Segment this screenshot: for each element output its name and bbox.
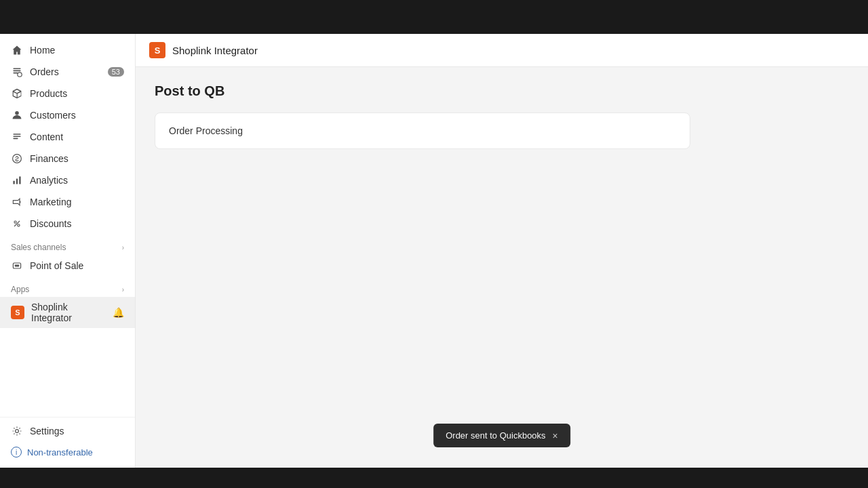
svg-rect-0 xyxy=(13,68,20,69)
bell-icon[interactable]: 🔔 xyxy=(113,307,124,318)
order-processing-text: Order Processing xyxy=(169,125,243,136)
svg-rect-10 xyxy=(16,179,18,184)
apps-chevron: › xyxy=(122,286,124,293)
products-icon xyxy=(11,87,23,100)
sidebar-item-orders-label: Orders xyxy=(30,66,59,77)
page-title: Post to QB xyxy=(155,83,849,99)
top-bar xyxy=(0,0,868,34)
sidebar-item-customers-label: Customers xyxy=(30,110,76,121)
orders-badge: 53 xyxy=(108,67,124,77)
svg-rect-16 xyxy=(15,264,19,266)
sidebar-item-content-label: Content xyxy=(30,131,63,142)
sidebar-item-shoplink[interactable]: S Shoplink Integrator 🔔 xyxy=(0,297,135,328)
sidebar-item-shoplink-label: Shoplink Integrator xyxy=(31,302,106,323)
svg-rect-9 xyxy=(13,181,14,184)
sidebar-item-nontransferable[interactable]: i Non-transferable xyxy=(0,442,135,462)
svg-rect-2 xyxy=(13,73,18,74)
toast-notification: Order sent to Quickbooks × xyxy=(433,424,570,447)
svg-rect-5 xyxy=(13,134,20,135)
app-header-icon: S xyxy=(149,42,165,58)
main-layout: Home Orders 53 Products Customers xyxy=(0,34,868,468)
svg-point-13 xyxy=(18,224,20,226)
apps-label: Apps xyxy=(11,285,29,294)
sales-channels-section[interactable]: Sales channels › xyxy=(0,235,135,255)
sidebar-item-home[interactable]: Home xyxy=(0,39,135,61)
svg-point-3 xyxy=(18,73,22,77)
content-area: S Shoplink Integrator Post to QB Order P… xyxy=(136,34,868,468)
sidebar-item-discounts-label: Discounts xyxy=(30,218,71,229)
analytics-icon xyxy=(11,174,23,186)
app-header-title: Shoplink Integrator xyxy=(172,45,258,56)
discounts-icon xyxy=(11,218,23,230)
shoplink-app-icon: S xyxy=(11,306,24,319)
sales-channels-label: Sales channels xyxy=(11,243,66,252)
nontransferable-label: Non-transferable xyxy=(27,447,93,458)
marketing-icon xyxy=(11,196,23,208)
sidebar-item-content[interactable]: Content xyxy=(0,126,135,148)
sidebar-item-customers[interactable]: Customers xyxy=(0,104,135,126)
sidebar: Home Orders 53 Products Customers xyxy=(0,34,136,468)
sidebar-item-settings-label: Settings xyxy=(30,426,64,436)
svg-point-4 xyxy=(15,111,19,115)
toast-close-button[interactable]: × xyxy=(553,431,558,441)
svg-rect-6 xyxy=(13,136,20,137)
sidebar-bottom: Settings i Non-transferable xyxy=(0,417,135,462)
sidebar-item-marketing-label: Marketing xyxy=(30,197,71,207)
sidebar-item-products-label: Products xyxy=(30,88,67,99)
sidebar-item-discounts[interactable]: Discounts xyxy=(0,213,135,235)
content-icon xyxy=(11,131,23,143)
sidebar-item-orders[interactable]: Orders 53 xyxy=(0,61,135,83)
order-processing-card: Order Processing xyxy=(155,113,690,149)
svg-rect-11 xyxy=(19,176,20,184)
home-icon xyxy=(11,44,23,56)
sidebar-item-pos-label: Point of Sale xyxy=(30,260,83,271)
app-header: S Shoplink Integrator xyxy=(136,34,868,67)
finances-icon xyxy=(11,152,23,165)
sidebar-item-analytics[interactable]: Analytics xyxy=(0,169,135,191)
sidebar-item-settings[interactable]: Settings xyxy=(0,420,135,442)
customers-icon xyxy=(11,109,23,121)
svg-point-17 xyxy=(16,430,19,433)
bottom-bar xyxy=(0,468,868,488)
sidebar-item-marketing[interactable]: Marketing xyxy=(0,191,135,213)
page-content: Post to QB Order Processing xyxy=(136,67,868,468)
svg-rect-1 xyxy=(13,70,20,72)
settings-icon xyxy=(11,425,23,437)
svg-rect-7 xyxy=(13,138,18,140)
svg-line-14 xyxy=(14,221,20,226)
sidebar-item-finances-label: Finances xyxy=(30,153,68,164)
sidebar-item-analytics-label: Analytics xyxy=(30,175,68,186)
toast-message: Order sent to Quickbooks xyxy=(446,430,545,441)
sidebar-item-products[interactable]: Products xyxy=(0,83,135,104)
sidebar-item-pos[interactable]: Point of Sale xyxy=(0,255,135,277)
sales-channels-chevron: › xyxy=(122,244,124,251)
pos-icon xyxy=(11,260,23,272)
orders-icon xyxy=(11,66,23,78)
info-icon: i xyxy=(11,447,22,458)
apps-section[interactable]: Apps › xyxy=(0,277,135,297)
svg-point-12 xyxy=(14,221,16,223)
sidebar-item-finances[interactable]: Finances xyxy=(0,148,135,169)
sidebar-item-home-label: Home xyxy=(30,45,55,56)
